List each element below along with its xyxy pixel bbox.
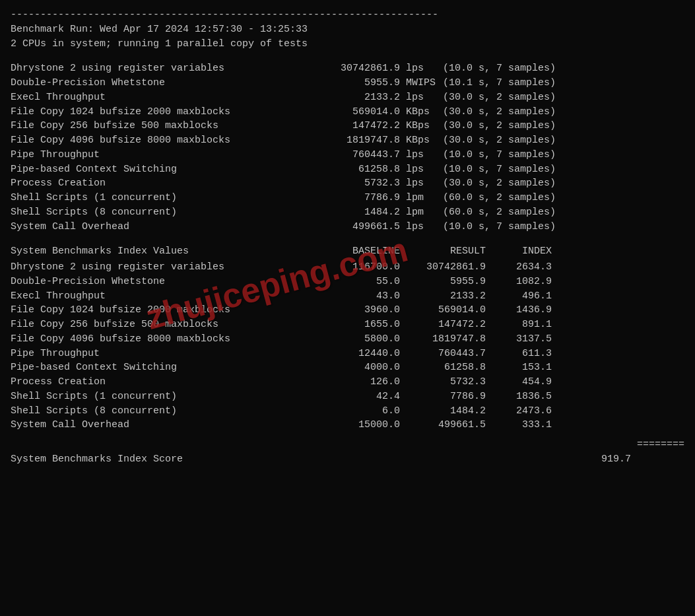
metric-detail: (30.0 s, 2 samples) (443, 119, 556, 133)
metric-name: Pipe-based Context Switching (11, 162, 321, 177)
metric-value: 1819747.8 (321, 133, 400, 148)
metric-row: File Copy 1024 bufsize 2000 maxblocks569… (11, 105, 684, 120)
metric-value: 5732.3 (321, 176, 400, 191)
metric-unit: lps (400, 176, 443, 191)
metric-value: 61258.8 (321, 162, 400, 177)
metric-value: 30742861.9 (321, 61, 400, 76)
final-score-row: System Benchmarks Index Score 919.7 (11, 452, 684, 467)
metric-row: Double-Precision Whetstone5955.9 MWIPS(1… (11, 76, 684, 90)
metric-name: System Call Overhead (11, 220, 321, 234)
metric-unit: lps (400, 148, 443, 162)
metric-value: 7786.9 (321, 191, 400, 205)
metric-row: System Call Overhead499661.5 lps(10.0 s,… (11, 220, 684, 234)
terminal-window: ----------------------------------------… (11, 8, 684, 467)
metric-detail: (10.1 s, 7 samples) (443, 76, 556, 90)
index-row: File Copy 1024 bufsize 2000 maxblocks396… (11, 303, 684, 318)
metric-row: File Copy 256 bufsize 500 maxblocks14747… (11, 119, 684, 133)
metric-value: 5955.9 (321, 76, 400, 90)
metric-detail: (10.0 s, 7 samples) (443, 148, 556, 162)
metric-row: Shell Scripts (1 concurrent)7786.9 lpm(6… (11, 191, 684, 205)
metric-detail: (60.0 s, 2 samples) (443, 191, 556, 205)
metric-unit: MWIPS (400, 76, 443, 90)
metric-row: Shell Scripts (8 concurrent)1484.2 lpm(6… (11, 205, 684, 220)
metric-unit: lps (400, 61, 443, 76)
divider-top: ----------------------------------------… (11, 8, 684, 22)
metric-name: Pipe Throughput (11, 148, 321, 162)
metric-name: Shell Scripts (1 concurrent) (11, 191, 321, 205)
cpu-info: 2 CPUs in system; running 1 parallel cop… (11, 37, 684, 51)
final-score-value: 919.7 (565, 452, 631, 467)
metric-detail: (30.0 s, 2 samples) (443, 133, 556, 148)
metric-row: Pipe-based Context Switching61258.8 lps(… (11, 162, 684, 177)
metric-row: Execl Throughput2133.2 lps(30.0 s, 2 sam… (11, 90, 684, 105)
metric-unit: KBps (400, 133, 443, 148)
metric-unit: lps (400, 90, 443, 105)
metric-unit: lps (400, 162, 443, 177)
metric-detail: (10.0 s, 7 samples) (443, 61, 556, 76)
metric-name: Double-Precision Whetstone (11, 76, 321, 90)
metric-detail: (60.0 s, 2 samples) (443, 205, 556, 220)
index-row: Pipe Throughput12440.0760443.7611.3 (11, 347, 684, 361)
metric-detail: (10.0 s, 7 samples) (443, 162, 556, 177)
index-row: Shell Scripts (1 concurrent)42.47786.918… (11, 390, 684, 404)
index-row: File Copy 4096 bufsize 8000 maxblocks580… (11, 332, 684, 347)
index-row: System Call Overhead15000.0499661.5333.1 (11, 418, 684, 432)
metric-unit: KBps (400, 119, 443, 133)
metric-name: File Copy 4096 bufsize 8000 maxblocks (11, 133, 321, 148)
metric-detail: (10.0 s, 7 samples) (443, 220, 556, 234)
metrics-block: Dhrystone 2 using register variables3074… (11, 61, 684, 234)
index-row: Execl Throughput43.02133.2496.1 (11, 289, 684, 304)
metric-value: 147472.2 (321, 119, 400, 133)
metric-name: Dhrystone 2 using register variables (11, 61, 321, 76)
metric-name: File Copy 256 bufsize 500 maxblocks (11, 119, 321, 133)
metric-value: 760443.7 (321, 148, 400, 162)
metric-value: 1484.2 (321, 205, 400, 220)
benchmark-run-label: Benchmark Run: Wed Apr 17 2024 12:57:30 … (11, 22, 684, 37)
index-row: Process Creation126.05732.3454.9 (11, 375, 684, 390)
metric-value: 569014.0 (321, 105, 400, 120)
metric-unit: KBps (400, 105, 443, 120)
metric-unit: lps (400, 220, 443, 234)
index-row: Double-Precision Whetstone55.05955.91082… (11, 275, 684, 289)
metric-row: Process Creation5732.3 lps(30.0 s, 2 sam… (11, 176, 684, 191)
metric-row: File Copy 4096 bufsize 8000 maxblocks181… (11, 133, 684, 148)
metric-detail: (30.0 s, 2 samples) (443, 176, 556, 191)
metric-row: Dhrystone 2 using register variables3074… (11, 61, 684, 76)
metric-name: Shell Scripts (8 concurrent) (11, 205, 321, 220)
index-table: System Benchmarks Index ValuesBASELINERE… (11, 244, 684, 432)
metric-detail: (30.0 s, 2 samples) (443, 105, 556, 120)
metric-unit: lpm (400, 191, 443, 205)
equals-row: ======== (11, 438, 684, 452)
metric-detail: (30.0 s, 2 samples) (443, 90, 556, 105)
index-row: Shell Scripts (8 concurrent)6.01484.2247… (11, 404, 684, 419)
metric-name: Process Creation (11, 176, 321, 191)
metric-row: Pipe Throughput760443.7 lps(10.0 s, 7 sa… (11, 148, 684, 162)
index-row: Dhrystone 2 using register variables1167… (11, 260, 684, 275)
header-block: Benchmark Run: Wed Apr 17 2024 12:57:30 … (11, 22, 684, 51)
metric-unit: lpm (400, 205, 443, 220)
metric-name: File Copy 1024 bufsize 2000 maxblocks (11, 105, 321, 120)
index-table-header: System Benchmarks Index ValuesBASELINERE… (11, 244, 684, 259)
equals-line: ======== (637, 438, 684, 452)
index-rows: Dhrystone 2 using register variables1167… (11, 260, 684, 432)
final-score-label: System Benchmarks Index Score (11, 452, 565, 467)
metric-name: Execl Throughput (11, 90, 321, 105)
metric-value: 499661.5 (321, 220, 400, 234)
index-row: Pipe-based Context Switching4000.061258.… (11, 360, 684, 375)
metric-value: 2133.2 (321, 90, 400, 105)
index-row: File Copy 256 bufsize 500 maxblocks1655.… (11, 318, 684, 332)
